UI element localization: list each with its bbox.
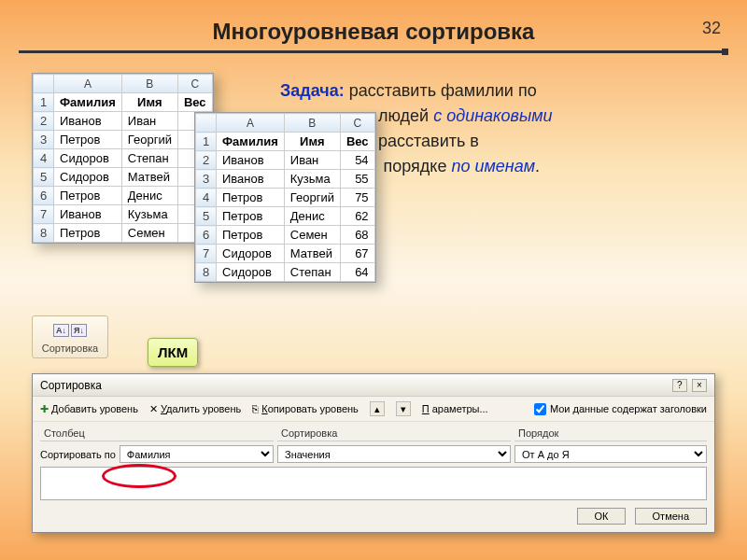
lkm-callout: ЛКМ <box>148 338 198 367</box>
dialog-title: Сортировка <box>40 379 102 392</box>
task-keyword: Задача: <box>280 81 345 100</box>
sort-dialog: Сортировка ? × ✚ДДобавить уровеньобавить… <box>32 373 715 533</box>
copy-icon: ⎘ <box>252 403 259 414</box>
options-button[interactable]: Параметры... <box>422 403 488 414</box>
order-header: Порядок <box>514 426 707 441</box>
page-title: Многоуровневая сортировка <box>0 0 747 45</box>
dialog-titlebar: Сортировка ? × <box>33 374 714 397</box>
move-up-button[interactable]: ▴ <box>370 401 385 416</box>
order-select[interactable]: От А до Я <box>514 445 707 463</box>
spreadsheet-after: ABC 1ФамилияИмяВес 2ИвановИван54 3Иванов… <box>194 112 376 283</box>
headers-checkbox[interactable]: Мои данные содержат заголовки <box>534 403 707 415</box>
column-select[interactable]: Фамилия <box>120 445 274 463</box>
sort-ribbon-button[interactable]: А↓Я↓ Сортировка <box>32 315 108 358</box>
copy-level-button[interactable]: ⎘Копировать уровень <box>252 403 359 414</box>
sort-button-label: Сортировка <box>35 343 105 354</box>
levels-list <box>40 467 707 500</box>
spreadsheet-before: ABC 1ФамилияИмяВес 2ИвановИван 3ПетровГе… <box>32 73 214 244</box>
column-header: Столбец <box>40 426 274 441</box>
delete-icon: ✕ <box>149 403 158 415</box>
move-down-button[interactable]: ▾ <box>396 401 411 416</box>
delete-level-button[interactable]: ✕Удалить уровень <box>149 403 241 415</box>
cancel-button[interactable]: Отмена <box>635 508 707 525</box>
close-icon[interactable]: × <box>692 379 707 392</box>
sort-by-label: Сортировать по <box>40 449 116 460</box>
ok-button[interactable]: ОК <box>577 508 627 525</box>
sort-icon: А↓Я↓ <box>59 320 81 341</box>
page-number: 32 <box>702 19 721 38</box>
title-underline <box>19 50 728 53</box>
add-level-button[interactable]: ✚ДДобавить уровеньобавить уровень <box>40 403 138 415</box>
highlight-oval <box>102 464 176 488</box>
help-icon[interactable]: ? <box>672 379 687 392</box>
sorton-select[interactable]: Значения <box>277 445 511 463</box>
plus-icon: ✚ <box>40 403 49 415</box>
dialog-toolbar: ✚ДДобавить уровеньобавить уровень ✕Удали… <box>33 397 714 422</box>
sorton-header: Сортировка <box>277 426 511 441</box>
